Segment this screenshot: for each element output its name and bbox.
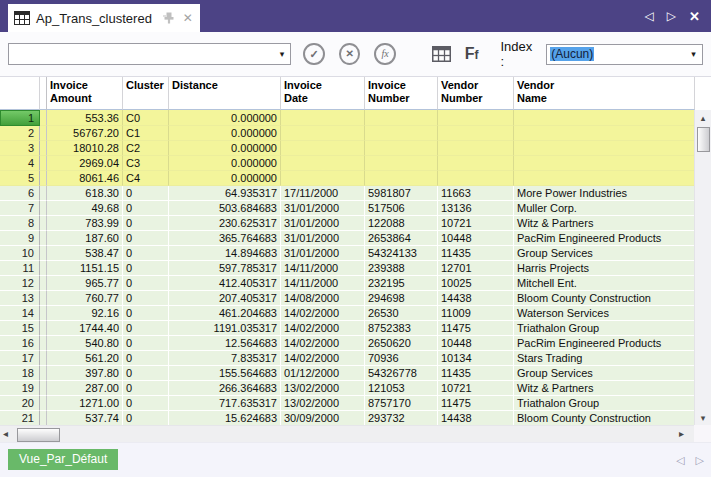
row-number-cell[interactable]: 2 [0,126,40,141]
filter-dropdown-arrow-icon[interactable]: ▾ [273,49,290,59]
cell-vendor_number[interactable]: 14438 [438,411,514,426]
cell-vendor_number[interactable]: 10721 [438,216,514,231]
column-header-vendor_number[interactable]: Vendor Number [438,77,514,110]
cell-date[interactable]: 31/01/2000 [281,216,365,231]
cell-vendor_number[interactable]: 12701 [438,261,514,276]
cell-vendor_number[interactable]: 11475 [438,321,514,336]
cell-vendor_number[interactable] [438,156,514,171]
scroll-right-icon[interactable]: ▸ [679,428,684,439]
cell-date[interactable]: 14/02/2000 [281,336,365,351]
nav-forward-icon[interactable]: ▷ [667,9,676,23]
row-number-cell[interactable]: 7 [0,201,40,216]
cell-cluster[interactable]: 0 [123,276,169,291]
row-number-cell[interactable]: 4 [0,156,40,171]
column-header-date[interactable]: Invoice Date [281,77,365,110]
cell-vendor_number[interactable]: 14438 [438,291,514,306]
cell-cluster[interactable]: C1 [123,126,169,141]
cell-invoice_number[interactable] [365,126,438,141]
index-dropdown-arrow-icon[interactable]: ▾ [685,49,702,59]
cell-vendor_name[interactable]: More Power Industries [514,186,695,201]
cell-invoice_number[interactable]: 8757170 [365,396,438,411]
row-number-cell[interactable]: 18 [0,366,40,381]
cell-date[interactable]: 31/01/2000 [281,246,365,261]
cell-date[interactable] [281,141,365,156]
cell-amount[interactable]: 2969.04 [47,156,123,171]
cell-amount[interactable]: 187.60 [47,231,123,246]
cell-distance[interactable]: 7.835317 [169,351,281,366]
cell-date[interactable]: 14/02/2000 [281,306,365,321]
cell-invoice_number[interactable] [365,141,438,156]
cell-distance[interactable]: 597.785317 [169,261,281,276]
cell-vendor_number[interactable] [438,126,514,141]
cell-date[interactable]: 30/09/2000 [281,411,365,426]
expression-builder-button[interactable]: fx [374,43,395,65]
row-number-cell[interactable]: 8 [0,216,40,231]
cell-invoice_number[interactable]: 232195 [365,276,438,291]
cell-distance[interactable]: 230.625317 [169,216,281,231]
view-prev-icon[interactable]: ◁ [676,454,684,467]
cell-cluster[interactable]: C3 [123,156,169,171]
cell-distance[interactable]: 14.894683 [169,246,281,261]
cell-amount[interactable]: 287.00 [47,381,123,396]
row-number-cell[interactable]: 11 [0,261,40,276]
cell-cluster[interactable]: 0 [123,291,169,306]
cell-amount[interactable]: 538.47 [47,246,123,261]
cell-invoice_number[interactable]: 121053 [365,381,438,396]
index-select[interactable]: (Aucun) ▾ [546,44,703,65]
cell-invoice_number[interactable]: 5981807 [365,186,438,201]
cell-distance[interactable]: 412.405317 [169,276,281,291]
scroll-up-icon[interactable]: ▴ [695,113,711,123]
table-layout-button[interactable] [432,46,451,62]
cell-vendor_name[interactable]: Triathalon Group [514,396,695,411]
cell-amount[interactable]: 783.99 [47,216,123,231]
cell-distance[interactable]: 266.364683 [169,381,281,396]
view-next-icon[interactable]: ▷ [696,454,704,467]
tab-ap-trans-clustered[interactable]: Ap_Trans_clustered ✕ [8,4,200,32]
cell-invoice_number[interactable]: 294698 [365,291,438,306]
vertical-scrollbar[interactable]: ▴ ▾ [694,110,711,425]
cell-vendor_name[interactable] [514,171,695,186]
cell-amount[interactable]: 553.36 [47,110,123,126]
cell-date[interactable]: 14/02/2000 [281,351,365,366]
cell-distance[interactable]: 0.000000 [169,171,281,186]
cell-amount[interactable]: 49.68 [47,201,123,216]
cell-vendor_number[interactable]: 10134 [438,351,514,366]
cell-date[interactable]: 31/01/2000 [281,201,365,216]
cell-vendor_number[interactable]: 10448 [438,336,514,351]
column-header-cluster[interactable]: Cluster [123,77,169,110]
cell-invoice_number[interactable] [365,110,438,126]
cell-amount[interactable]: 18010.28 [47,141,123,156]
cell-date[interactable]: 14/08/2000 [281,291,365,306]
cell-vendor_number[interactable] [438,141,514,156]
cell-distance[interactable]: 12.564683 [169,336,281,351]
nav-back-icon[interactable]: ◁ [645,9,654,23]
cell-vendor_number[interactable]: 11475 [438,396,514,411]
cell-date[interactable] [281,171,365,186]
cell-date[interactable]: 13/02/2000 [281,381,365,396]
cell-invoice_number[interactable] [365,156,438,171]
row-number-cell[interactable]: 10 [0,246,40,261]
cell-date[interactable]: 17/11/2000 [281,186,365,201]
cell-cluster[interactable]: 0 [123,396,169,411]
cell-vendor_name[interactable]: Witz & Partners [514,381,695,396]
row-number-cell[interactable]: 13 [0,291,40,306]
row-number-cell[interactable]: 3 [0,141,40,156]
cell-distance[interactable]: 503.684683 [169,201,281,216]
cell-amount[interactable]: 56767.20 [47,126,123,141]
cell-invoice_number[interactable] [365,171,438,186]
cell-vendor_name[interactable] [514,156,695,171]
cell-distance[interactable]: 717.635317 [169,396,281,411]
cell-vendor_name[interactable]: Group Services [514,246,695,261]
cell-cluster[interactable]: 0 [123,366,169,381]
cell-cluster[interactable]: 0 [123,201,169,216]
cell-date[interactable] [281,110,365,126]
clear-filter-button[interactable]: ✕ [339,43,360,65]
cell-date[interactable] [281,126,365,141]
font-button[interactable]: Ff [465,45,479,63]
cell-vendor_number[interactable]: 11663 [438,186,514,201]
cell-cluster[interactable]: 0 [123,381,169,396]
cell-distance[interactable]: 0.000000 [169,126,281,141]
cell-distance[interactable]: 365.764683 [169,231,281,246]
row-number-cell[interactable]: 12 [0,276,40,291]
cell-invoice_number[interactable]: 54326778 [365,366,438,381]
